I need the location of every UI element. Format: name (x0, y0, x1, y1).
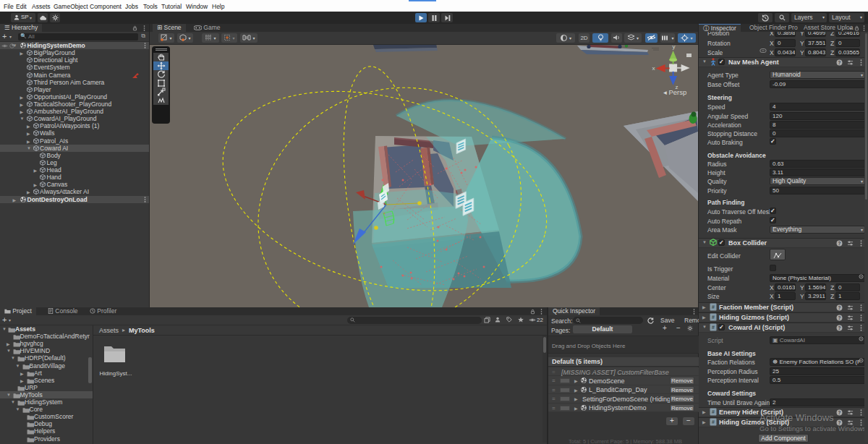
svg-text:#: # (712, 409, 715, 414)
svg-text:?: ? (838, 59, 841, 64)
svg-text:x: x (652, 65, 655, 72)
svg-text:#: # (712, 315, 715, 320)
svg-text:?: ? (838, 315, 841, 320)
svg-text:?: ? (838, 240, 841, 245)
svg-text:#: # (712, 304, 715, 309)
svg-text:?: ? (838, 304, 841, 309)
svg-text:y: y (673, 45, 676, 50)
svg-text:#: # (712, 325, 715, 330)
svg-text:#: # (712, 419, 715, 424)
svg-text:◂ Persp: ◂ Persp (663, 88, 686, 96)
svg-text:?: ? (838, 409, 841, 414)
svg-text:?: ? (838, 325, 841, 330)
